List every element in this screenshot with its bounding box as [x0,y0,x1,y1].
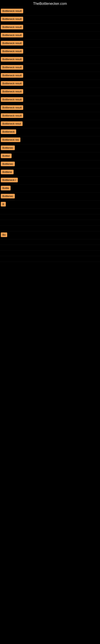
bottleneck-result-badge[interactable]: Bottleneck result [1,97,23,102]
bottleneck-result-badge[interactable]: Bottleneck result [1,81,23,86]
list-item: Bottleneck [0,128,100,136]
bottleneck-result-badge[interactable]: Bottleneck result [1,65,23,70]
list-item: Bottler [0,152,100,160]
list-item: Bottleneck result [0,80,100,88]
list-item: Bottleneck result [0,88,100,96]
list-item [0,250,100,256]
bottleneck-result-badge[interactable]: Bottlenec [1,194,15,198]
site-title-bar: TheBottlenecker.com [0,0,100,8]
list-item: Bottle [0,184,100,192]
list-item: Bottleneck result [0,72,100,80]
bottleneck-result-badge[interactable]: Bottleneck result [1,49,23,54]
bottleneck-result-badge[interactable]: Bottleneck result [1,41,23,46]
site-title: TheBottlenecker.com [0,0,100,8]
list-item: Bottleneck result [0,8,100,16]
list-item: Bottleneck result [0,104,100,112]
bottleneck-result-badge[interactable]: Bottleneck result [1,105,23,110]
list-item: B [0,201,100,209]
list-item: Bottleneck result [0,24,100,32]
bottleneck-result-badge[interactable]: Bottleneck result [1,25,23,30]
list-item: Bottlenec [0,144,100,152]
list-item: Bottleneck res [0,136,100,144]
bottleneck-result-badge[interactable]: Bottler [1,154,12,158]
list-item: Bottleneck result [0,16,100,24]
list-item: Bottleneck resul [0,120,100,128]
bottleneck-result-badge[interactable]: Bottlenec [1,162,15,166]
list-item [0,209,100,214]
list-item [0,239,100,245]
bottleneck-result-badge[interactable]: Bottleneck resul [1,121,23,126]
bottleneck-result-badge[interactable]: Bottlene [1,170,14,174]
bottleneck-result-badge[interactable]: Bottleneck result [1,17,23,21]
bottleneck-result-badge[interactable]: Bottleneck result [1,73,23,78]
bottleneck-result-badge[interactable]: B [1,202,6,206]
list-item: Bo [0,231,100,239]
list-item [0,245,100,250]
list-item: Bottleneck result [0,32,100,40]
list-item: Bottleneck result [0,96,100,104]
bottleneck-result-badge[interactable]: Bottleneck result [1,9,23,13]
rows-container: Bottleneck resultBottleneck resultBottle… [0,8,100,262]
list-item: Bottleneck result [0,40,100,48]
bottleneck-result-badge[interactable]: Bo [1,232,7,237]
bottleneck-result-badge[interactable]: Bottleneck result [1,89,23,94]
bottleneck-result-badge[interactable]: Bottlenec [1,146,15,150]
bottleneck-result-badge[interactable]: Bottleneck r [1,178,18,182]
list-item: Bottlene [0,168,100,176]
list-item [0,226,100,231]
list-item: Bottlenec [0,192,100,201]
bottleneck-result-badge[interactable]: Bottle [1,186,11,190]
list-item: Bottleneck result [0,64,100,72]
bottleneck-result-badge[interactable]: Bottleneck result [1,57,23,62]
bottleneck-result-badge[interactable]: Bottleneck [1,130,16,134]
list-item: Bottleneck r [0,176,100,184]
list-item [0,214,100,220]
bottleneck-result-badge[interactable]: Bottleneck res [1,138,20,142]
list-item: Bottlenec [0,160,100,168]
bottleneck-result-badge[interactable]: Bottleneck result [1,113,23,118]
list-item: Bottleneck result [0,112,100,120]
bottleneck-result-badge[interactable]: Bottleneck result [1,33,23,38]
list-item: Bottleneck result [0,48,100,56]
list-item [0,256,100,262]
list-item: Bottleneck result [0,56,100,64]
list-item [0,220,100,226]
